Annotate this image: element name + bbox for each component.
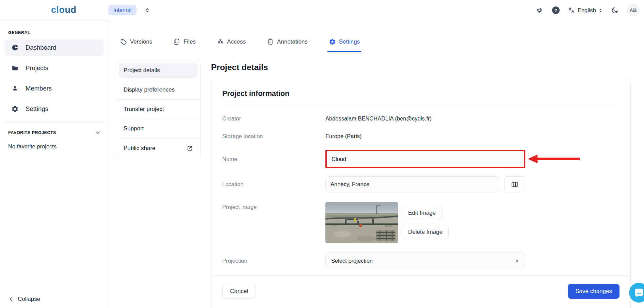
sidebar-item-label: Dashboard — [26, 44, 57, 51]
edit-image-button[interactable]: Edit Image — [402, 206, 442, 220]
clipboard-icon — [267, 38, 274, 45]
workspace-badge[interactable]: Internal — [108, 5, 136, 15]
page-title: Project details — [211, 62, 631, 73]
folder-icon — [11, 64, 19, 72]
submenu-label: Support — [124, 125, 144, 132]
tab-versions[interactable]: Versions — [118, 38, 154, 52]
creator-value: Abdessalam BENCHADLIA (ben@cydis.fr) — [325, 115, 432, 122]
location-label: Location — [222, 181, 325, 188]
image-buttons: Edit Image Delete Image — [402, 202, 449, 239]
annotation-highlight-box — [325, 150, 525, 168]
settings-submenu: Project details Display preferences Tran… — [116, 61, 201, 158]
favorites-empty-text: No favorite projects — [8, 143, 109, 150]
submenu-label: Project details — [124, 67, 160, 74]
project-name-input[interactable] — [327, 151, 524, 167]
project-image-row: Project image — [222, 202, 619, 243]
person-icon — [11, 85, 19, 92]
gear-icon — [11, 105, 19, 113]
submenu-label: Public share — [124, 145, 156, 152]
pie-chart-icon — [11, 44, 19, 51]
submenu-item-public-share[interactable]: Public share — [116, 139, 200, 158]
submenu-label: Display preferences — [124, 86, 175, 93]
external-link-icon — [187, 145, 193, 151]
sidebar-item-label: Members — [26, 85, 52, 92]
save-changes-button[interactable]: Save changes — [568, 284, 619, 299]
location-input[interactable] — [325, 176, 500, 192]
name-row: Name — [222, 150, 619, 168]
projection-row: Projection Select projection — [222, 253, 619, 269]
chevron-down-icon[interactable] — [95, 129, 101, 136]
storage-location-row: Storage location Europe (Paris) — [222, 133, 619, 140]
collapse-sidebar-button[interactable]: Collapse — [8, 296, 40, 303]
user-avatar[interactable]: AB — [627, 4, 639, 16]
creator-label: Creator — [222, 115, 325, 122]
files-icon — [173, 38, 180, 45]
tab-label: Settings — [339, 38, 360, 45]
location-row: Location — [222, 176, 619, 192]
sidebar-item-members[interactable]: Members — [5, 80, 104, 97]
sidebar-section-general: GENERAL — [8, 30, 109, 35]
favorites-header: FAVORITE PROJECTS — [8, 129, 101, 136]
projection-select-value: Select projection — [331, 258, 373, 264]
sidebar-nav: Dashboard Projects Members Settings — [0, 39, 109, 117]
top-header: cloud Internal ? English AB — [0, 0, 644, 20]
storage-location-value: Europe (Paris) — [325, 133, 361, 140]
tab-access[interactable]: Access — [215, 38, 247, 52]
projection-label: Projection — [222, 258, 325, 264]
form-footer: Cancel Save changes — [211, 275, 630, 308]
projection-select[interactable]: Select projection — [325, 253, 525, 269]
sidebar-item-settings[interactable]: Settings — [5, 101, 104, 117]
sidebar-item-projects[interactable]: Projects — [5, 60, 104, 76]
people-icon — [217, 38, 224, 45]
collapse-label: Collapse — [18, 296, 40, 303]
header-actions: ? English AB — [536, 0, 639, 20]
tab-label: Files — [183, 38, 196, 45]
main-sidebar: GENERAL Dashboard Projects Members Setti… — [0, 20, 109, 308]
tab-files[interactable]: Files — [172, 38, 197, 52]
select-chevrons-icon — [514, 258, 519, 264]
storage-location-label: Storage location — [222, 133, 325, 140]
help-icon[interactable]: ? — [552, 6, 560, 14]
settings-pane: Project details Project information Crea… — [211, 62, 631, 308]
tag-icon — [120, 38, 127, 45]
card-divider — [222, 106, 619, 106]
submenu-item-support[interactable]: Support — [116, 119, 200, 139]
gear-icon — [329, 38, 336, 45]
project-information-card: Project information Creator Abdessalam B… — [211, 79, 631, 308]
announcements-icon[interactable] — [536, 6, 544, 14]
sidebar-divider — [5, 122, 104, 123]
tab-settings[interactable]: Settings — [327, 38, 361, 52]
name-label: Name — [222, 156, 325, 162]
favorites-title: FAVORITE PROJECTS — [8, 130, 56, 135]
submenu-item-transfer-project[interactable]: Transfer project — [116, 100, 200, 119]
chat-icon — [634, 288, 644, 298]
language-selector-icon — [598, 7, 603, 13]
tab-annotations[interactable]: Annotations — [265, 38, 309, 52]
open-map-button[interactable] — [504, 176, 525, 192]
project-image-thumbnail — [325, 202, 398, 243]
translate-icon — [568, 6, 575, 14]
annotation-arrow — [528, 154, 580, 164]
dark-mode-icon[interactable] — [611, 6, 619, 14]
app-logo: cloud — [51, 5, 77, 15]
cancel-button[interactable]: Cancel — [222, 284, 256, 299]
tab-label: Versions — [130, 38, 152, 45]
submenu-label: Transfer project — [124, 106, 164, 113]
map-icon — [511, 181, 518, 188]
delete-image-button[interactable]: Delete Image — [402, 225, 449, 239]
sidebar-item-label: Projects — [26, 64, 48, 72]
sidebar-item-dashboard[interactable]: Dashboard — [5, 39, 104, 56]
project-tabs: Versions Files Access Annotations Settin… — [109, 20, 644, 52]
chevron-left-icon — [8, 296, 14, 302]
submenu-item-project-details[interactable]: Project details — [116, 61, 200, 80]
main-content: Versions Files Access Annotations Settin… — [109, 20, 644, 308]
tab-label: Annotations — [277, 38, 308, 45]
tab-label: Access — [227, 38, 246, 45]
language-selector[interactable]: English — [568, 6, 603, 14]
workspace-selector-icon[interactable] — [144, 6, 150, 14]
language-label: English — [578, 7, 596, 14]
project-image-label: Project image — [222, 202, 325, 210]
submenu-item-display-preferences[interactable]: Display preferences — [116, 80, 200, 100]
sidebar-item-label: Settings — [26, 105, 48, 113]
card-title: Project information — [222, 90, 619, 98]
